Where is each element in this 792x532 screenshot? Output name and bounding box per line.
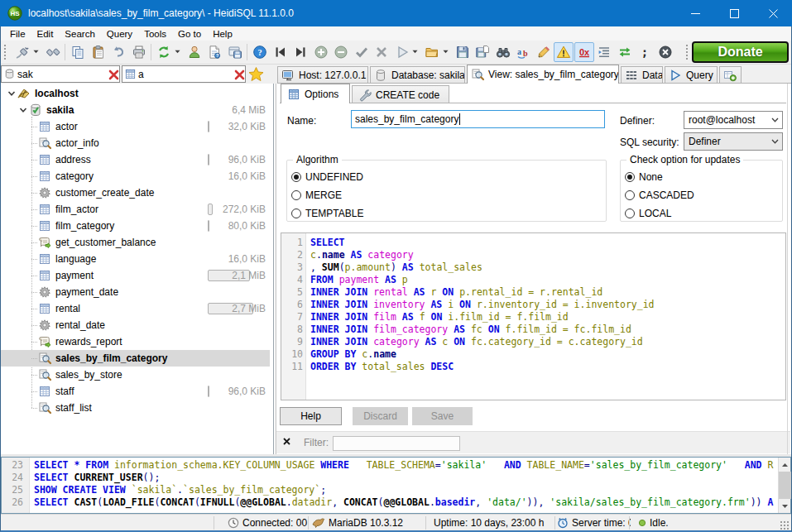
toolbar-refresh-button[interactable] bbox=[154, 42, 174, 62]
tree-item-actor_info[interactable]: actor_info bbox=[1, 135, 270, 151]
menu-go-to[interactable]: Go to bbox=[172, 28, 207, 40]
subtab-create-code[interactable]: CREATE code bbox=[352, 85, 449, 103]
toolbar-semicolon-button[interactable]: ; bbox=[635, 42, 655, 62]
radio-undefined-selected[interactable] bbox=[291, 172, 301, 182]
tab-host-127-0-0-1[interactable]: Host: 127.0.0.1 bbox=[277, 66, 368, 84]
toolbar-print-button[interactable] bbox=[129, 42, 149, 62]
tree-item-sales_by_film_category[interactable]: sales_by_film_category bbox=[1, 350, 270, 367]
toolbar-row-delete-button[interactable] bbox=[331, 42, 351, 62]
toolbar-load-sql-file-button[interactable] bbox=[422, 42, 442, 62]
algorithm-temptable[interactable]: TEMPTABLE bbox=[291, 205, 363, 222]
sql-source-editor[interactable]: 1SELECT2c.name AS category3, SUM(p.amoun… bbox=[281, 232, 786, 400]
filter-input[interactable] bbox=[333, 436, 460, 451]
check-option-none[interactable]: None bbox=[625, 169, 663, 185]
tree-item-film_actor[interactable]: film_actor272,0 KiB bbox=[1, 201, 270, 218]
toolbar-user-manager-button[interactable] bbox=[185, 42, 204, 62]
toolbar-view-as-hex-button[interactable]: 0x bbox=[574, 42, 594, 62]
tree-item-rental[interactable]: rental2,7 MiB bbox=[1, 300, 270, 317]
maximize-button[interactable] bbox=[715, 0, 753, 26]
definer-combobox[interactable]: root@localhost bbox=[684, 111, 783, 129]
toolbar-copy-button[interactable] bbox=[68, 42, 88, 62]
subtab-options[interactable]: Options bbox=[281, 84, 350, 103]
toolbar-help-button[interactable]: ? bbox=[250, 42, 270, 62]
algorithm-merge[interactable]: MERGE bbox=[291, 187, 342, 204]
tree-item-localhost[interactable]: localhost bbox=[1, 85, 270, 102]
toolbar-connect-button[interactable] bbox=[12, 42, 32, 62]
tab-new-query[interactable] bbox=[719, 66, 742, 84]
tree-item-address[interactable]: address96,0 KiB bbox=[1, 151, 270, 168]
tree-item-rental_date[interactable]: rental_date bbox=[1, 317, 270, 333]
toolbar-find-text-button[interactable] bbox=[493, 42, 513, 62]
database-filter-input[interactable]: sak bbox=[1, 65, 120, 83]
sql-log-panel[interactable]: 23SELECT * FROM information_schema.KEY_C… bbox=[1, 457, 791, 514]
donate-gripper[interactable] bbox=[685, 44, 689, 61]
minimize-button[interactable] bbox=[676, 0, 714, 26]
toolbar-undo-button[interactable] bbox=[108, 42, 128, 62]
tab-view-sales-by-film-category[interactable]: View: sales_by_film_category bbox=[467, 65, 619, 84]
toolbar-load-sql-file-dropdown-icon[interactable] bbox=[443, 50, 449, 56]
toolbar-snippets-button[interactable] bbox=[225, 42, 245, 62]
save-button[interactable]: Save bbox=[412, 407, 473, 425]
radio-temptable[interactable] bbox=[291, 208, 301, 218]
tree-item-staff_list[interactable]: staff_list bbox=[1, 400, 270, 416]
scroll-down-icon[interactable] bbox=[779, 499, 791, 513]
toolbar-quick-edit-button[interactable] bbox=[534, 42, 554, 62]
menu-help[interactable]: Help bbox=[207, 28, 238, 40]
menu-edit[interactable]: Edit bbox=[31, 28, 60, 40]
tree-item-customer_create_date[interactable]: customer_create_date bbox=[1, 185, 270, 201]
radio-local[interactable] bbox=[625, 208, 635, 218]
sql-security-combobox[interactable]: Definer bbox=[684, 132, 783, 151]
toolbar-sql-file-button[interactable]: ? bbox=[204, 42, 224, 62]
menu-search[interactable]: Search bbox=[59, 28, 100, 40]
toolbar-post-button[interactable] bbox=[352, 42, 372, 62]
toolbar-save-sql-button[interactable] bbox=[453, 42, 473, 62]
log-scrollbar[interactable] bbox=[778, 458, 790, 513]
star-icon[interactable] bbox=[248, 66, 264, 82]
toolbar-save-sql-as-button[interactable] bbox=[473, 42, 492, 62]
tree-item-language[interactable]: language16,0 KiB bbox=[1, 251, 270, 267]
toolbar-reformat-sql-button[interactable] bbox=[594, 42, 614, 62]
tree-item-rewards_report[interactable]: rewards_report bbox=[1, 333, 270, 350]
tree-item-staff[interactable]: staff96,0 KiB bbox=[1, 383, 270, 400]
clear-table-filter-icon[interactable] bbox=[233, 69, 246, 81]
menu-file[interactable]: File bbox=[4, 28, 31, 40]
view-name-input[interactable]: sales_by_film_category bbox=[351, 110, 605, 128]
toolbar-connect-dropdown-icon[interactable] bbox=[33, 50, 40, 56]
close-button[interactable] bbox=[754, 0, 792, 26]
clear-database-filter-icon[interactable] bbox=[108, 69, 120, 81]
tree-item-category[interactable]: category16,0 KiB bbox=[1, 168, 270, 185]
tree-item-sakila[interactable]: sakila6,4 MiB bbox=[1, 102, 270, 118]
discard-button[interactable]: Discard bbox=[353, 407, 408, 425]
tab-query[interactable]: Query bbox=[665, 66, 718, 84]
radio-cascaded[interactable] bbox=[625, 190, 635, 200]
tree-item-payment[interactable]: payment2,1 MiB bbox=[1, 267, 270, 284]
toolbar-replace-text-button[interactable]: ab bbox=[513, 42, 533, 62]
tab-database-sakila[interactable]: Database: sakila bbox=[370, 66, 465, 84]
toolbar-row-insert-button[interactable] bbox=[311, 42, 331, 62]
toolbar-auto-format-button[interactable] bbox=[615, 42, 635, 62]
radio-none-selected[interactable] bbox=[625, 172, 635, 182]
chevron-expanded-icon[interactable] bbox=[7, 89, 16, 98]
check-option-cascaded[interactable]: CASCADED bbox=[625, 187, 694, 204]
toolbar-cancel-editing-button[interactable] bbox=[372, 42, 391, 62]
tree-item-actor[interactable]: actor32,0 KiB bbox=[1, 118, 270, 135]
scroll-up-icon[interactable] bbox=[779, 458, 791, 472]
tree-item-sales_by_store[interactable]: sales_by_store bbox=[1, 367, 270, 383]
toolbar-disconnect-button[interactable] bbox=[43, 42, 63, 62]
toolbar-gripper[interactable] bbox=[3, 44, 7, 61]
toolbar-refresh-dropdown-icon[interactable] bbox=[175, 50, 181, 56]
help-button[interactable]: Help bbox=[280, 407, 342, 425]
radio-merge[interactable] bbox=[291, 190, 301, 200]
scrollbar-thumb[interactable] bbox=[779, 472, 791, 499]
toolbar-execute-sql-button[interactable] bbox=[392, 42, 412, 62]
menu-tools[interactable]: Tools bbox=[138, 28, 172, 40]
menu-query[interactable]: Query bbox=[101, 28, 138, 40]
close-filter-icon[interactable] bbox=[283, 438, 290, 445]
algorithm-undefined[interactable]: UNDEFINED bbox=[291, 169, 363, 185]
chevron-expanded-icon[interactable] bbox=[19, 106, 27, 114]
tree-item-get_customer_balance[interactable]: get_customer_balance bbox=[1, 234, 270, 251]
toolbar-paste-button[interactable] bbox=[89, 42, 108, 62]
toolbar-nav-first-button[interactable] bbox=[271, 42, 290, 62]
donate-button[interactable]: Donate bbox=[692, 41, 789, 63]
check-option-local[interactable]: LOCAL bbox=[625, 205, 671, 222]
